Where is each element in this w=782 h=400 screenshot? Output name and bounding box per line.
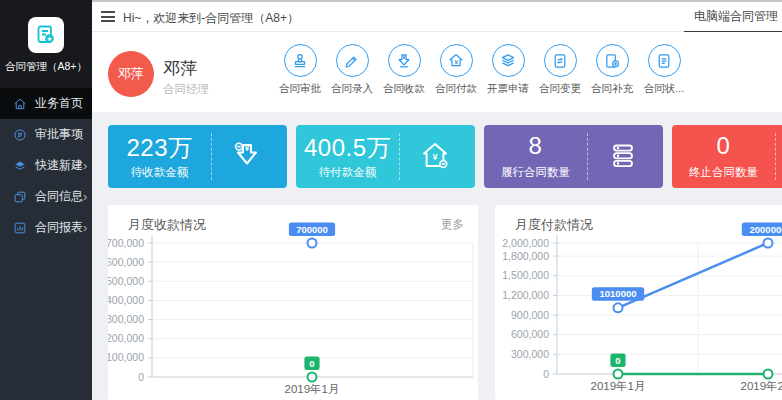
svg-text:900,000: 900,000 xyxy=(511,309,549,321)
stat-card[interactable]: 8履行合同数量 xyxy=(484,125,663,188)
doc-change-icon xyxy=(544,44,577,77)
stat-card[interactable]: 223万待收款金额¥ xyxy=(108,125,287,188)
svg-text:700000: 700000 xyxy=(296,224,328,235)
chart-title: 月度收款情况 xyxy=(128,216,206,234)
svg-text:1010000: 1010000 xyxy=(600,288,637,299)
sidebar-item-contract-report[interactable]: 合同报表› xyxy=(0,212,92,243)
invoice-layers-icon xyxy=(492,44,525,77)
avatar[interactable]: 邓萍 xyxy=(108,51,154,97)
svg-text:2000000: 2000000 xyxy=(750,224,782,235)
chart-title: 月度付款情况 xyxy=(515,216,593,234)
app-logo-label: 合同管理（A8+） xyxy=(0,60,92,74)
app-logo-section: ★ 合同管理（A8+） xyxy=(0,0,92,88)
dashed-divider xyxy=(775,133,776,180)
sidebar-item-contract-info[interactable]: 合同信息› xyxy=(0,181,92,212)
svg-text:200,000: 200,000 xyxy=(108,332,144,344)
pencil-icon xyxy=(336,44,369,77)
quick-action-label: 合同补充 xyxy=(586,82,638,96)
stat-value: 8 xyxy=(484,132,587,160)
quick-actions: 合同审批合同录入¥合同收款¥合同付款开票申请合同变更合同补充合同状... xyxy=(274,44,690,96)
stat-card[interactable]: 400.5万待付款金额¥ xyxy=(296,125,475,188)
quick-action-receive-money[interactable]: ¥合同收款 xyxy=(378,44,430,96)
stat-card[interactable]: 0终止合同数量 xyxy=(672,125,782,188)
contract-report-icon xyxy=(12,220,28,236)
line-chart: 0100,000200,000300,000400,000500,000600,… xyxy=(108,205,478,400)
dashed-divider xyxy=(399,133,400,180)
stamp-icon xyxy=(284,44,317,77)
svg-text:2019年1月: 2019年1月 xyxy=(591,380,646,392)
svg-text:2,000,000: 2,000,000 xyxy=(502,237,549,249)
sidebar-item-label: 快速新建 xyxy=(35,157,83,174)
svg-text:0: 0 xyxy=(138,371,144,383)
doc-status-icon xyxy=(648,44,681,77)
svg-text:2019年1月: 2019年1月 xyxy=(285,383,340,395)
chevron-right-icon: › xyxy=(83,190,87,203)
svg-text:300,000: 300,000 xyxy=(511,348,549,360)
sidebar-item-label: 合同报表 xyxy=(35,219,83,236)
sidebar-item-label: 合同信息 xyxy=(35,188,83,205)
stat-label: 履行合同数量 xyxy=(484,165,587,180)
quick-action-stamp[interactable]: 合同审批 xyxy=(274,44,326,96)
quick-action-label: 合同付款 xyxy=(430,82,482,96)
more-link[interactable]: 更多 xyxy=(441,217,464,232)
svg-text:¥: ¥ xyxy=(454,58,458,64)
hamburger-menu-icon[interactable] xyxy=(101,11,115,25)
home-icon xyxy=(12,96,28,112)
svg-text:100,000: 100,000 xyxy=(108,351,144,363)
stat-value: 223万 xyxy=(108,132,211,164)
pay-payment-icon: ¥ xyxy=(417,138,453,174)
quick-new-icon xyxy=(12,158,28,174)
sidebar-item-label: 审批事项 xyxy=(35,126,83,143)
dashed-divider xyxy=(587,133,588,180)
svg-text:¥: ¥ xyxy=(432,152,437,162)
svg-text:400,000: 400,000 xyxy=(108,294,144,306)
receive-payment-icon: ¥ xyxy=(229,138,265,174)
svg-text:300,000: 300,000 xyxy=(108,313,144,325)
svg-text:1,800,000: 1,800,000 xyxy=(502,250,549,262)
quick-action-label: 合同变更 xyxy=(534,82,586,96)
receive-money-icon: ¥ xyxy=(388,44,421,77)
quick-action-doc-status[interactable]: 合同状... xyxy=(638,44,690,96)
quick-action-label: 开票申请 xyxy=(482,82,534,96)
stat-value: 400.5万 xyxy=(296,132,399,164)
sidebar-item-approval[interactable]: 审批事项 xyxy=(0,119,92,150)
dashed-divider xyxy=(211,133,212,180)
app-logo[interactable]: ★ xyxy=(28,17,64,53)
quick-action-pencil[interactable]: 合同录入 xyxy=(326,44,378,96)
sidebar: ★ 合同管理（A8+） 业务首页审批事项快速新建›合同信息›合同报表› xyxy=(0,0,92,400)
svg-text:700,000: 700,000 xyxy=(108,237,144,249)
svg-text:1,200,000: 1,200,000 xyxy=(502,289,549,301)
svg-text:0: 0 xyxy=(543,368,549,380)
svg-text:★: ★ xyxy=(47,35,53,42)
tab-pc-contract-management[interactable]: 电脑端合同管理 xyxy=(684,2,782,34)
sidebar-item-home[interactable]: 业务首页 xyxy=(0,88,92,119)
chevron-right-icon: › xyxy=(83,159,87,172)
quick-action-label: 合同审批 xyxy=(274,82,326,96)
svg-text:2019年2月: 2019年2月 xyxy=(741,380,782,392)
svg-text:500,000: 500,000 xyxy=(108,275,144,287)
topbar: Hi~，欢迎来到-合同管理（A8+） 电脑端合同管理 xyxy=(92,0,782,32)
quick-action-label: 合同收款 xyxy=(378,82,430,96)
dashboard-screen: ★ 合同管理（A8+） 业务首页审批事项快速新建›合同信息›合同报表› Hi~，… xyxy=(0,0,782,400)
quick-action-doc-plus[interactable]: 合同补充 xyxy=(586,44,638,96)
user-name: 邓萍 xyxy=(163,57,197,80)
sidebar-menu: 业务首页审批事项快速新建›合同信息›合同报表› xyxy=(0,88,92,243)
stat-cards-row: 223万待收款金额¥400.5万待付款金额¥8履行合同数量0终止合同数量 xyxy=(108,125,782,188)
quick-action-invoice-layers[interactable]: 开票申请 xyxy=(482,44,534,96)
chart-card-monthly-receipts: 月度收款情况更多0100,000200,000300,000400,000500… xyxy=(108,205,478,400)
quick-action-doc-change[interactable]: 合同变更 xyxy=(534,44,586,96)
sidebar-item-quick-new[interactable]: 快速新建› xyxy=(0,150,92,181)
svg-text:600,000: 600,000 xyxy=(108,256,144,268)
quick-action-pay-money[interactable]: ¥合同付款 xyxy=(430,44,482,96)
svg-text:600,000: 600,000 xyxy=(511,328,549,340)
svg-text:¥: ¥ xyxy=(245,144,250,153)
stat-label: 待付款金额 xyxy=(296,165,399,180)
quick-action-label: 合同录入 xyxy=(326,82,378,96)
doc-plus-icon xyxy=(596,44,629,77)
stat-label: 待收款金额 xyxy=(108,165,211,180)
contract-doc-star-icon: ★ xyxy=(34,23,58,47)
server-stack-icon xyxy=(605,138,641,174)
stat-label: 终止合同数量 xyxy=(672,165,775,180)
stat-value: 0 xyxy=(672,132,775,160)
chart-card-monthly-payments: 月度付款情况0300,000600,000900,0001,200,0001,5… xyxy=(495,205,782,400)
